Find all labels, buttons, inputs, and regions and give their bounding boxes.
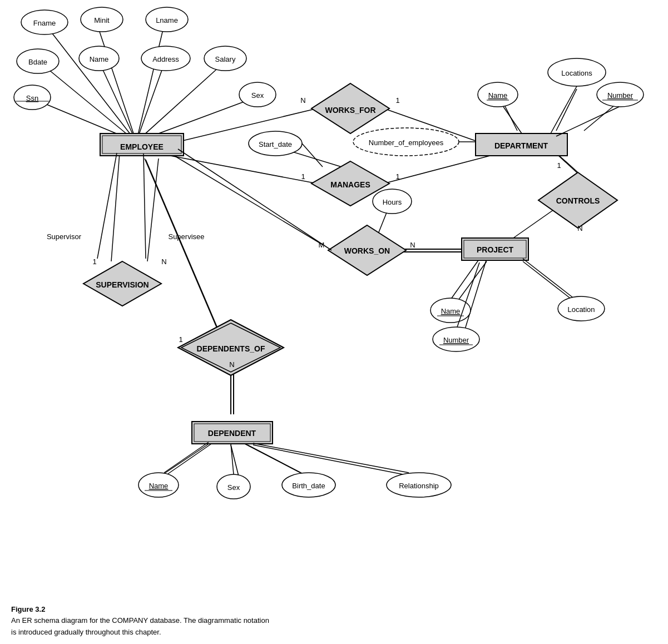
cardinality-1-manages-left: 1 <box>301 172 305 181</box>
dept-number-attr: Number <box>607 91 634 100</box>
number-of-employees-attr: Number_of_employees <box>369 138 444 147</box>
proj-name-attr: Name <box>441 307 461 315</box>
cardinality-n-dependents-bottom: N <box>229 360 234 369</box>
employee-name-attr: Name <box>90 55 109 63</box>
birth-date-attr: Birth_date <box>292 482 325 490</box>
dep-sex-attr: Sex <box>227 483 240 492</box>
supervisee-label: Supervisee <box>168 232 204 241</box>
svg-line-1 <box>97 25 136 142</box>
svg-line-21 <box>146 160 218 329</box>
locations-attr: Locations <box>561 69 592 77</box>
cardinality-1-manages-right: 1 <box>395 172 399 181</box>
start-date-attr: Start_date <box>259 140 292 148</box>
svg-line-20 <box>145 158 217 328</box>
employee-sex-attr: Sex <box>251 91 264 100</box>
cardinality-1-works-for: 1 <box>395 96 399 105</box>
location-attr: Location <box>567 305 595 314</box>
svg-line-16 <box>384 153 501 184</box>
figure-label: Figure 3.2 <box>11 605 45 613</box>
svg-line-84 <box>253 443 409 473</box>
svg-line-6 <box>136 64 222 142</box>
svg-line-82 <box>231 444 234 474</box>
employee-entity-label: EMPLOYEE <box>120 142 164 151</box>
hours-attr: Hours <box>383 198 402 206</box>
svg-line-94 <box>168 444 211 474</box>
svg-line-83 <box>245 444 300 473</box>
controls-label: CONTROLS <box>556 196 600 205</box>
svg-line-33 <box>523 261 573 300</box>
svg-line-18 <box>111 153 120 261</box>
cardinality-1-dependents: 1 <box>179 335 182 344</box>
department-entity-label: DEPARTMENT <box>494 141 548 150</box>
svg-line-19 <box>147 158 159 261</box>
svg-line-86 <box>144 153 146 259</box>
cardinality-n-works-for: N <box>300 96 305 105</box>
works-for-label: WORKS_FOR <box>325 106 376 115</box>
svg-line-85 <box>97 153 117 259</box>
cardinality-1-controls: 1 <box>557 161 561 170</box>
svg-line-4 <box>100 64 136 142</box>
bdate-attr: Bdate <box>28 58 47 66</box>
works-on-label: WORKS_ON <box>344 246 390 255</box>
dept-name-attr: Name <box>488 91 508 100</box>
supervisor-label: Supervisor <box>47 232 82 241</box>
svg-line-15 <box>156 153 317 184</box>
figure-description-line1: An ER schema diagram for the COMPANY dat… <box>11 616 269 625</box>
minit-attr: Minit <box>94 16 110 24</box>
svg-line-31 <box>456 261 487 303</box>
supervision-label: SUPERVISION <box>96 280 149 289</box>
cardinality-1-supervision: 1 <box>92 257 96 266</box>
proj-number-attr: Number <box>443 336 469 344</box>
relationship-attr: Relationship <box>399 482 439 490</box>
address-attr: Address <box>152 55 179 63</box>
dependent-entity-label: DEPENDENT <box>208 429 256 438</box>
svg-line-32 <box>464 259 487 331</box>
fname-attr: Fname <box>33 19 56 27</box>
svg-line-5 <box>136 64 164 142</box>
svg-line-34 <box>161 442 211 475</box>
svg-line-3 <box>42 64 136 142</box>
figure-caption: Figure 3.2 An ER schema diagram for the … <box>11 604 269 638</box>
dependents-of-label: DEPENDENTS_OF <box>197 344 265 353</box>
svg-line-75 <box>503 107 522 133</box>
svg-line-13 <box>584 103 617 131</box>
dep-name-attr: Name <box>149 482 169 490</box>
project-entity-label: PROJECT <box>477 245 514 254</box>
svg-line-62 <box>302 143 323 167</box>
svg-line-24 <box>170 153 323 245</box>
cardinality-n-works-on: N <box>410 241 415 249</box>
svg-line-78 <box>452 260 478 298</box>
svg-line-80 <box>523 259 573 298</box>
figure-description-line2: is introduced gradually throughout this … <box>11 628 161 636</box>
lname-attr: Lname <box>156 16 178 24</box>
er-diagram: text { font-family: Arial, sans-serif; f… <box>0 0 668 612</box>
svg-line-76 <box>551 86 577 133</box>
cardinality-n-controls: N <box>577 224 582 232</box>
svg-line-81 <box>164 442 209 473</box>
manages-label: MANAGES <box>330 180 370 189</box>
salary-attr: Salary <box>215 55 236 63</box>
svg-line-2 <box>136 25 164 142</box>
svg-line-11 <box>556 89 577 131</box>
cardinality-n-supervision: N <box>161 257 166 266</box>
